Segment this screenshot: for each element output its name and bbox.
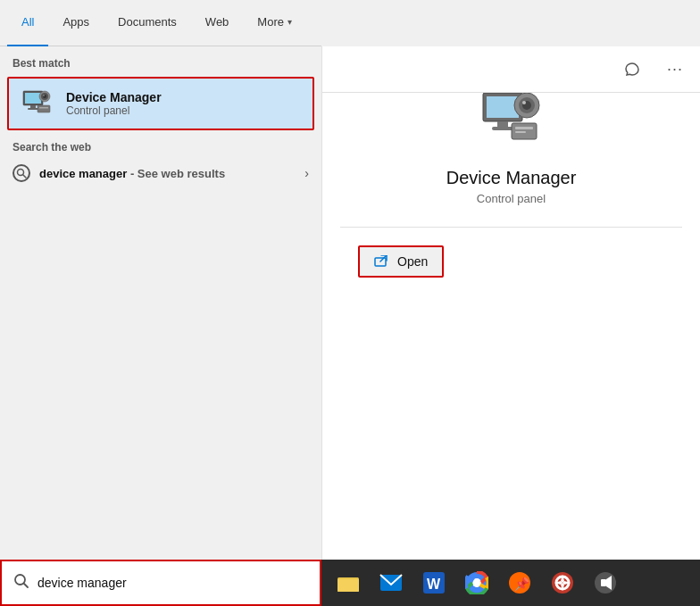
svg-rect-1 — [25, 93, 41, 104]
more-options-button[interactable]: ··· — [661, 55, 689, 84]
taskbar-mail[interactable] — [371, 563, 411, 602]
tab-web[interactable]: Web — [191, 0, 244, 46]
svg-rect-28 — [338, 579, 359, 592]
app-large-subtitle: Control panel — [477, 192, 546, 205]
svg-rect-24 — [515, 131, 526, 133]
chevron-down-icon: ▾ — [288, 17, 292, 27]
tab-documents-label: Documents — [118, 15, 177, 29]
svg-rect-15 — [487, 96, 519, 118]
tab-web-label: Web — [205, 15, 229, 29]
svg-line-11 — [23, 175, 26, 178]
tab-all[interactable]: All — [7, 0, 48, 46]
taskbar-file-explorer[interactable] — [329, 563, 368, 602]
svg-rect-9 — [39, 107, 48, 109]
right-panel: ··· Device Manager Control panel — [321, 46, 700, 606]
tab-more[interactable]: More ▾ — [243, 0, 306, 46]
app-large-icon — [476, 82, 547, 154]
best-match-text: Device Manager Control panel — [66, 90, 302, 117]
feedback-button[interactable] — [618, 55, 646, 84]
svg-rect-44 — [601, 579, 606, 586]
web-section-label: Search the web — [0, 134, 321, 157]
best-match-subtitle: Control panel — [66, 104, 302, 117]
open-button[interactable]: Open — [358, 245, 444, 278]
svg-point-10 — [18, 170, 24, 176]
app-large-title: Device Manager — [446, 168, 577, 188]
svg-text:📌: 📌 — [514, 577, 530, 592]
svg-point-21 — [522, 101, 526, 104]
search-bar — [0, 560, 321, 606]
best-match-title: Device Manager — [66, 90, 302, 104]
web-query: device manager — [39, 167, 127, 180]
svg-line-13 — [24, 584, 28, 587]
taskbar-pin[interactable]: 📌 — [500, 563, 539, 602]
web-search-item[interactable]: device manager - See web results › — [0, 157, 321, 189]
svg-rect-17 — [492, 127, 513, 130]
svg-rect-8 — [38, 105, 50, 112]
open-label: Open — [397, 254, 428, 269]
tab-apps-label: Apps — [62, 15, 89, 29]
web-suffix: - See web results — [130, 167, 225, 180]
svg-rect-23 — [515, 127, 533, 129]
tab-more-label: More — [257, 15, 284, 29]
svg-rect-3 — [28, 108, 38, 110]
tab-documents[interactable]: Documents — [104, 0, 191, 46]
taskbar-audio[interactable] — [586, 563, 625, 602]
results-area: Best match — [0, 46, 321, 560]
best-match-item[interactable]: Device Manager Control panel — [7, 77, 314, 130]
taskbar-torrent[interactable] — [543, 563, 582, 602]
svg-rect-2 — [30, 105, 36, 108]
svg-point-34 — [473, 579, 481, 587]
divider — [340, 227, 682, 228]
header-icons: ··· — [322, 46, 700, 93]
taskbar-chrome[interactable] — [457, 563, 496, 602]
search-bar-icon — [12, 573, 30, 593]
svg-point-7 — [43, 95, 45, 96]
arrow-right-icon: › — [304, 166, 309, 180]
taskbar: W 📌 — [321, 560, 700, 606]
tab-all-label: All — [21, 15, 34, 29]
svg-text:W: W — [427, 577, 441, 592]
search-web-icon — [12, 164, 30, 182]
open-icon — [374, 255, 390, 268]
taskbar-word[interactable]: W — [414, 563, 454, 602]
ellipsis-icon: ··· — [667, 60, 683, 79]
tab-apps[interactable]: Apps — [48, 0, 104, 46]
search-input[interactable] — [38, 576, 309, 590]
svg-point-12 — [15, 575, 25, 585]
device-manager-svg — [21, 87, 54, 120]
web-search-text: device manager - See web results — [39, 167, 225, 180]
device-manager-icon — [20, 86, 55, 121]
svg-rect-16 — [497, 121, 508, 127]
tabs-bar: All Apps Documents Web More ▾ — [0, 0, 321, 46]
best-match-label: Best match — [0, 54, 321, 73]
search-panel: All Apps Documents Web More ▾ Best match — [0, 0, 321, 606]
